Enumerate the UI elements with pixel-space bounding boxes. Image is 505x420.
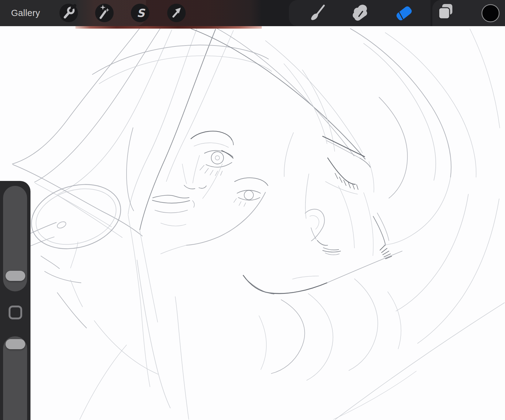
color-swatch-icon[interactable] <box>479 2 502 24</box>
opacity-handle[interactable] <box>6 339 25 349</box>
opacity-slider[interactable] <box>3 336 27 420</box>
svg-text:S: S <box>137 7 145 19</box>
brush-size-slider[interactable] <box>3 186 27 291</box>
sidebar-tool-panel <box>0 181 30 420</box>
layers-icon[interactable] <box>436 2 458 24</box>
transform-arrow-icon[interactable] <box>165 2 188 24</box>
smudge-tool-icon[interactable] <box>350 2 372 24</box>
top-toolbar: Gallery S <box>0 0 505 26</box>
reference-image-peek <box>75 26 262 29</box>
gallery-label: Gallery <box>11 8 40 18</box>
sketch-svg <box>0 26 505 420</box>
drawing-canvas[interactable] <box>0 26 505 420</box>
eraser-tool-icon[interactable] <box>393 2 415 24</box>
gallery-button[interactable]: Gallery <box>11 0 40 26</box>
wrench-icon[interactable] <box>58 2 80 24</box>
modify-button[interactable] <box>9 306 22 319</box>
brush-size-handle[interactable] <box>6 271 25 281</box>
brush-tool-icon[interactable] <box>307 2 329 24</box>
selection-s-icon[interactable]: S <box>129 2 151 24</box>
magic-wand-icon[interactable] <box>93 2 115 24</box>
